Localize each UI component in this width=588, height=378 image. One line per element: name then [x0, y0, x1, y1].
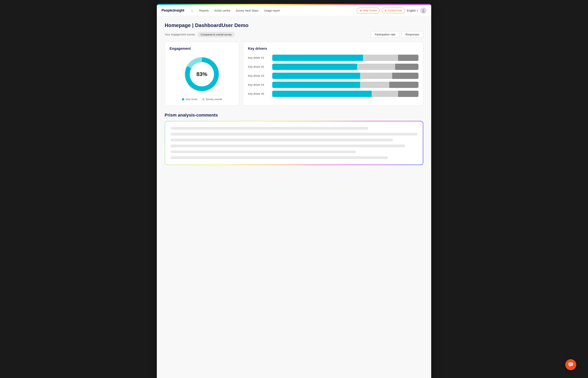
user-avatar[interactable]: [420, 7, 426, 14]
skeleton-line-6: [171, 156, 388, 159]
drivers-container: Key driver #1Key driver #2Key driver #3K…: [248, 55, 419, 97]
prism-card-wrapper: [165, 121, 423, 165]
svg-rect-8: [569, 363, 573, 366]
skeleton-line-2: [171, 133, 417, 135]
help-centre-button[interactable]: ⊕ Help Centre: [357, 8, 380, 14]
driver-bar-dark-3: [392, 73, 419, 79]
key-drivers-card: Key drivers Key driver #1Key driver #2Ke…: [243, 42, 423, 106]
responses-button[interactable]: Responses: [401, 31, 423, 38]
cards-row: Engagement: [165, 42, 423, 106]
driver-bar-4: [272, 82, 419, 88]
skeleton-line-1: [171, 127, 368, 130]
driver-label-5: Key driver #5: [248, 92, 269, 95]
navbar: People|Insight ⌂ Reports Action centre S…: [157, 5, 431, 16]
legend-your-score: Your score: [182, 98, 197, 101]
nav-usage-report[interactable]: Usage report: [262, 7, 282, 14]
survey-badge[interactable]: Compared to overall survey: [197, 32, 235, 37]
driver-row-3: Key driver #3: [248, 73, 419, 79]
legend-teal-dot: [182, 98, 184, 100]
driver-bar-teal-5: [272, 91, 372, 97]
legend-your-score-label: Your score: [185, 98, 197, 101]
driver-bar-dark-2: [395, 64, 419, 70]
driver-bar-light-1: [363, 55, 398, 61]
driver-bar-dark-1: [398, 55, 419, 61]
driver-bar-teal-4: [272, 82, 360, 88]
language-selector[interactable]: English +: [407, 9, 418, 12]
driver-label-1: Key driver #1: [248, 56, 269, 59]
page-title: Homepage | DashboardUser Demo: [165, 22, 423, 28]
screen-wrapper: People|Insight ⌂ Reports Action centre S…: [157, 4, 431, 378]
donut-center-score: 83%: [196, 71, 207, 77]
nav-survey-next-steps[interactable]: Survey Next Steps: [233, 7, 261, 14]
legend-gray-dot: [202, 98, 205, 100]
nav-action-centre[interactable]: Action centre: [212, 7, 233, 14]
language-label: English: [407, 9, 416, 12]
engagement-card-title: Engagement: [169, 47, 234, 51]
content-icon: ⊞: [385, 9, 387, 12]
driver-bar-dark-4: [389, 82, 419, 88]
driver-bar-5: [272, 91, 419, 97]
driver-bar-dark-5: [398, 91, 419, 97]
legend: Your score Survey overall: [169, 98, 234, 101]
legend-survey-overall-label: Survey overall: [206, 98, 222, 101]
svg-rect-10: [569, 364, 572, 364]
driver-row-5: Key driver #5: [248, 91, 419, 97]
driver-row-1: Key driver #1: [248, 55, 419, 61]
chat-button[interactable]: [565, 359, 576, 370]
driver-bar-teal-1: [272, 55, 363, 61]
driver-bar-2: [272, 64, 419, 70]
driver-row-2: Key driver #2: [248, 64, 419, 70]
driver-bar-1: [272, 55, 419, 61]
nav-reports[interactable]: Reports: [197, 7, 211, 14]
svg-point-1: [422, 11, 425, 13]
navbar-nav: Reports Action centre Survey Next Steps …: [197, 7, 357, 14]
legend-survey-overall: Survey overall: [202, 98, 222, 101]
driver-label-3: Key driver #3: [248, 74, 269, 77]
key-drivers-card-title: Key drivers: [248, 47, 419, 51]
brand-logo[interactable]: People|Insight: [162, 8, 184, 13]
skeleton-line-5: [171, 150, 356, 153]
brand-name: People|Insight: [162, 8, 184, 13]
main-content: Homepage | DashboardUser Demo Your engag…: [157, 16, 431, 378]
language-plus-icon: +: [417, 9, 418, 12]
survey-row: Your engagement survey Compared to overa…: [165, 31, 423, 38]
driver-bar-3: [272, 73, 419, 79]
survey-right: Participation rate Responses: [371, 31, 423, 38]
engagement-card: Engagement: [165, 42, 239, 106]
survey-label: Your engagement survey: [165, 33, 195, 36]
donut-container: 83%: [169, 55, 234, 94]
svg-rect-11: [569, 364, 571, 365]
driver-bar-light-5: [372, 91, 398, 97]
content-hub-button[interactable]: ⊞ Content Hub: [382, 8, 405, 13]
driver-bar-light-4: [360, 82, 389, 88]
svg-point-0: [422, 9, 424, 11]
home-icon[interactable]: ⌂: [189, 7, 195, 14]
skeleton-container: [171, 127, 417, 159]
content-hub-label: Content Hub: [388, 9, 402, 12]
driver-row-4: Key driver #4: [248, 82, 419, 88]
driver-bar-light-3: [360, 73, 392, 79]
survey-left: Your engagement survey Compared to overa…: [165, 32, 235, 37]
skeleton-line-4: [171, 145, 405, 147]
prism-card: [165, 122, 423, 164]
driver-bar-light-2: [357, 64, 395, 70]
help-icon: ⊕: [360, 9, 362, 12]
svg-marker-9: [569, 366, 571, 367]
driver-bar-teal-3: [272, 73, 360, 79]
driver-label-2: Key driver #2: [248, 65, 269, 68]
participation-rate-button[interactable]: Participation rate: [371, 31, 399, 38]
driver-bar-teal-2: [272, 64, 357, 70]
help-centre-label: Help Centre: [363, 9, 377, 12]
skeleton-line-3: [171, 139, 392, 141]
navbar-right: ⊕ Help Centre ⊞ Content Hub English +: [357, 7, 426, 14]
prism-title: Prism analysis-comments: [165, 113, 423, 118]
driver-label-4: Key driver #4: [248, 83, 269, 86]
